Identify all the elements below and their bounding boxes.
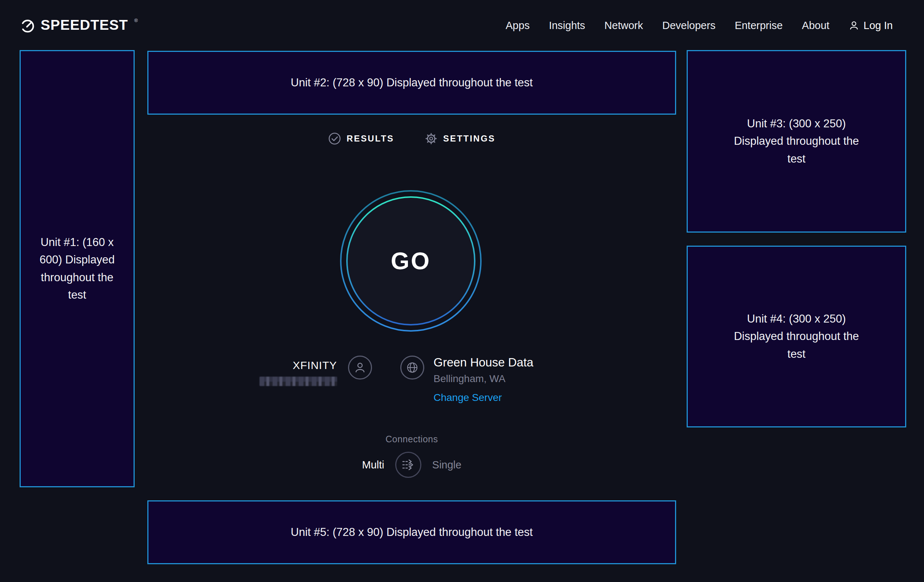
multi-arrows-icon	[400, 457, 416, 473]
change-server-link[interactable]: Change Server	[434, 392, 502, 404]
go-button-label: GO	[340, 190, 482, 332]
tab-results[interactable]: RESULTS	[328, 132, 394, 145]
nav-item-enterprise[interactable]: Enterprise	[734, 20, 782, 31]
nav-item-insights[interactable]: Insights	[549, 20, 585, 31]
ad-unit-2-text: Unit #2: (728 x 90) Displayed throughout…	[291, 74, 533, 91]
isp-icon-wrap	[348, 356, 372, 379]
server-name: Green House Data	[434, 356, 564, 369]
host-spacer	[372, 356, 400, 404]
person-icon	[848, 20, 860, 31]
ip-address-redacted	[259, 377, 337, 386]
tab-settings-label: SETTINGS	[443, 134, 495, 144]
tab-settings[interactable]: SETTINGS	[425, 132, 495, 145]
ad-unit-3[interactable]: Unit #3: (300 x 250) Displayed throughou…	[686, 50, 906, 232]
ad-unit-4[interactable]: Unit #4: (300 x 250) Displayed throughou…	[686, 246, 906, 427]
ad-unit-5-text: Unit #5: (728 x 90) Displayed throughout…	[291, 524, 533, 541]
trademark-symbol: ®	[134, 17, 138, 24]
main-nav: Apps Insights Network Developers Enterpr…	[505, 20, 893, 31]
nav-item-apps[interactable]: Apps	[505, 20, 530, 31]
nav-item-network[interactable]: Network	[604, 20, 643, 31]
server-location: Bellingham, WA	[434, 373, 564, 385]
brand-wordmark: SPEEDTEST	[41, 17, 128, 33]
top-nav-bar: SPEEDTEST ® Apps Insights Network Develo…	[0, 0, 924, 51]
connections-label: Connections	[147, 434, 676, 445]
ad-unit-2[interactable]: Unit #2: (728 x 90) Displayed throughout…	[147, 51, 676, 115]
check-circle-icon	[328, 132, 341, 145]
login-button[interactable]: Log In	[848, 20, 893, 31]
gear-icon	[425, 132, 438, 145]
ad-unit-5[interactable]: Unit #5: (728 x 90) Displayed throughout…	[147, 500, 676, 564]
nav-item-about[interactable]: About	[802, 20, 830, 31]
server-block: Green House Data Bellingham, WA Change S…	[434, 356, 564, 404]
server-icon-wrap	[400, 356, 424, 379]
ad-unit-4-text: Unit #4: (300 x 250) Displayed throughou…	[734, 310, 859, 363]
isp-name[interactable]: XFINITY	[259, 359, 337, 371]
connection-info-row: XFINITY Green House Data Bellingham, WA …	[147, 356, 676, 404]
nav-item-developers[interactable]: Developers	[662, 20, 716, 31]
person-circle-icon	[353, 360, 367, 375]
speedtest-logo[interactable]: SPEEDTEST ®	[20, 17, 137, 34]
ad-unit-1[interactable]: Unit #1: (160 x 600) Displayed throughou…	[20, 50, 135, 487]
connections-section: Connections Multi Single	[147, 434, 676, 478]
ad-unit-3-text: Unit #3: (300 x 250) Displayed throughou…	[734, 115, 859, 167]
tab-results-label: RESULTS	[346, 134, 394, 144]
ad-unit-1-text: Unit #1: (160 x 600) Displayed throughou…	[38, 234, 116, 303]
speedtest-page: SPEEDTEST ® Apps Insights Network Develo…	[0, 0, 924, 582]
isp-block: XFINITY	[259, 356, 337, 404]
connections-toggle-row: Multi Single	[147, 452, 676, 478]
login-label: Log In	[863, 20, 893, 31]
connections-multi-option[interactable]: Multi	[362, 459, 384, 471]
speedometer-icon	[20, 18, 36, 34]
connections-toggle[interactable]	[395, 452, 421, 478]
connections-single-option[interactable]: Single	[432, 459, 462, 471]
go-button[interactable]: GO	[340, 190, 482, 332]
results-settings-tabs: RESULTS SETTINGS	[147, 132, 676, 145]
globe-circle-icon	[405, 360, 419, 375]
